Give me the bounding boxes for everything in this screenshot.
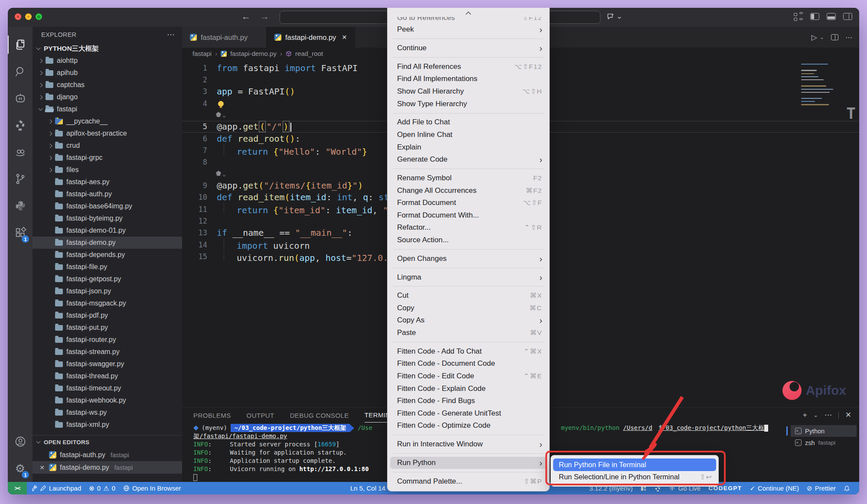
menu-item[interactable]: Copy ⌘C › [388, 302, 549, 315]
panel-tab[interactable]: OUTPUT [247, 408, 274, 423]
tree-row[interactable]: files [33, 164, 182, 176]
tree-row[interactable]: fastapi-pdf.py [33, 309, 182, 322]
tree-row[interactable]: fastapi-put.py [33, 322, 182, 334]
sidebar-item-lingma[interactable] [8, 112, 33, 139]
close-icon[interactable]: ✕ [39, 464, 46, 471]
customize-layout-icon[interactable] [794, 13, 803, 20]
menu-item[interactable]: Fitten Code - Document Code › [388, 358, 549, 370]
notifications-bell-icon[interactable] [840, 482, 854, 494]
open-editor-row[interactable]: ✕ fastapi-auth.py fastapi [33, 449, 182, 461]
menu-item[interactable]: Open Inline Chat › [388, 129, 549, 141]
menu-item[interactable]: Fitten Code - Generate UnitTest › [388, 407, 549, 420]
toggle-sidebar-icon[interactable] [810, 13, 819, 20]
submenu-item[interactable]: Run Selection/Line in Python Terminal ⇧↩ [551, 471, 718, 484]
forward-icon[interactable]: → [260, 11, 269, 22]
explorer-more-actions-icon[interactable]: ⋯ [167, 30, 175, 39]
tree-row[interactable]: fastapi-timeout.py [33, 382, 182, 394]
menu-item[interactable]: Lingma › [388, 271, 549, 286]
tree-row[interactable]: fastapi-ws.py [33, 406, 182, 419]
menu-item[interactable]: Fitten Code - Add To Chat ⌃⌘X › [388, 345, 549, 358]
tree-row[interactable]: fastapi-getpost.py [33, 273, 182, 285]
terminal-instance-row[interactable]: >_ zsh fastapi [791, 437, 857, 449]
tree-row[interactable]: captchas [33, 79, 182, 91]
run-options-chevron-icon[interactable]: ⌄ [820, 34, 824, 40]
menu-item[interactable]: Fitten Code - Edit Code ⌃⌘E › [388, 370, 549, 383]
sidebar-item-source-control[interactable] [8, 166, 33, 192]
sidebar-item-search[interactable] [8, 58, 33, 85]
menu-item[interactable]: Fitten Code - Find Bugs › [388, 395, 549, 407]
menu-item[interactable]: Run Python › [388, 457, 549, 472]
back-icon[interactable]: ← [241, 11, 251, 22]
menu-item[interactable]: Find All References ⌥⇧F12 › [388, 61, 549, 73]
tree-row[interactable]: crud [33, 140, 182, 152]
breadcrumb-symbol[interactable]: read_root [295, 50, 323, 57]
tree-row[interactable]: fastapi-json.py [33, 285, 182, 297]
tree-row[interactable]: fastapi-router.py [33, 334, 182, 346]
tree-row[interactable]: fastapi-msgpack.py [33, 297, 182, 309]
menu-item[interactable]: Rename Symbol F2 › [388, 172, 549, 185]
menu-item[interactable]: Continue › [388, 42, 549, 58]
continue-button[interactable]: ✓ Continue (NE) [746, 482, 803, 494]
toggle-panel-icon[interactable] [827, 13, 836, 20]
menu-item[interactable]: Cut ⌘X › [388, 289, 549, 302]
menu-item[interactable]: Format Document With... › [388, 209, 549, 221]
close-tab-icon[interactable]: ✕ [342, 34, 347, 41]
tree-row[interactable]: fastapi-webhook.py [33, 394, 182, 406]
account-icon[interactable] [8, 428, 33, 455]
tree-row[interactable]: __pycache__ [33, 115, 182, 127]
tree-row[interactable]: fastapi [33, 103, 182, 115]
menu-item[interactable]: Refactor... ⌃⇧R › [388, 221, 549, 234]
tree-row[interactable]: fastapi-aes.py [33, 176, 182, 188]
terminal-profile-chevron-icon[interactable]: ⌄ [814, 412, 818, 418]
menu-item[interactable]: Peek › [388, 23, 549, 39]
panel-more-actions-icon[interactable]: ⋯ [825, 410, 832, 419]
launchpad-button[interactable]: Launchpad [27, 482, 85, 494]
close-panel-icon[interactable]: ✕ [845, 410, 851, 419]
menu-item[interactable]: Paste ⌘V › [388, 327, 549, 342]
submenu-item[interactable]: Run Python File in Terminal [551, 458, 718, 471]
tree-row[interactable]: django [33, 91, 182, 103]
split-editor-icon[interactable] [831, 34, 838, 40]
new-terminal-icon[interactable]: + [803, 411, 807, 419]
menu-item[interactable]: Generate Code › [388, 153, 549, 169]
panel-tab[interactable]: PROBLEMS [193, 408, 231, 423]
open-editors-header[interactable]: OPEN EDITORS [33, 436, 182, 449]
remote-indicator[interactable]: >< [8, 482, 27, 494]
menu-item[interactable]: Run in Interactive Window › [388, 438, 549, 454]
zoom-window-icon[interactable]: ⊘ [36, 13, 42, 20]
menu-item[interactable]: Source Action... › [388, 234, 549, 250]
editor-tab[interactable]: fastapi-demo.py ✕ [267, 27, 355, 48]
menu-item[interactable]: Explain › [388, 141, 549, 153]
menu-item[interactable]: Copy As › [388, 314, 549, 327]
breadcrumb-folder[interactable]: fastapi [192, 50, 212, 57]
settings-gear-icon[interactable]: ⚙ 1 [8, 455, 33, 482]
tree-row[interactable]: fastapi-demo-01.py [33, 224, 182, 237]
tree-row[interactable]: fastapi-swagger.py [33, 358, 182, 370]
tree-row[interactable]: fastapi-auth.py [33, 188, 182, 200]
tree-row[interactable]: fastapi-base64img.py [33, 200, 182, 212]
tree-row[interactable]: fastapi-depends.py [33, 249, 182, 261]
open-in-browser-button[interactable]: Open In Browser [119, 482, 185, 494]
prettier-button[interactable]: ⊘ Prettier [803, 482, 840, 494]
sidebar-item-ai-chat[interactable] [8, 85, 33, 112]
menu-item[interactable]: Go to References ⇧F12 › [388, 17, 549, 23]
close-window-icon[interactable]: × [15, 13, 21, 20]
sidebar-item-extensions[interactable]: 1 [8, 219, 33, 246]
tree-row[interactable]: fastapi-thread.py [33, 370, 182, 382]
workspace-root-row[interactable]: PYTHON三大框架 [33, 42, 182, 55]
menu-item[interactable]: Add File to Chat › [388, 116, 549, 129]
tree-row[interactable]: aiohttp [33, 55, 182, 67]
tree-row[interactable]: apifox-best-practice [33, 127, 182, 140]
cursor-position[interactable]: Ln 5, Col 14 [350, 484, 385, 492]
tree-row[interactable]: fastapi-xml.py [33, 419, 182, 431]
tree-row[interactable]: fastapi-grpc [33, 152, 182, 164]
sidebar-item-fitten-code[interactable] [8, 139, 33, 166]
menu-item[interactable]: Change All Occurrences ⌘F2 › [388, 184, 549, 197]
editor-more-actions-icon[interactable]: ⋯ [845, 33, 852, 42]
menu-item[interactable]: Show Call Hierarchy ⌥⇧H › [388, 85, 549, 98]
tree-row[interactable]: fastapi-byteimg.py [33, 212, 182, 224]
open-editor-row[interactable]: ✕ fastapi-demo.py fastapi [33, 461, 182, 474]
menu-item[interactable]: Show Type Hierarchy › [388, 98, 549, 113]
tree-row[interactable]: apihub [33, 67, 182, 79]
run-file-button[interactable]: ▷ [812, 33, 817, 42]
